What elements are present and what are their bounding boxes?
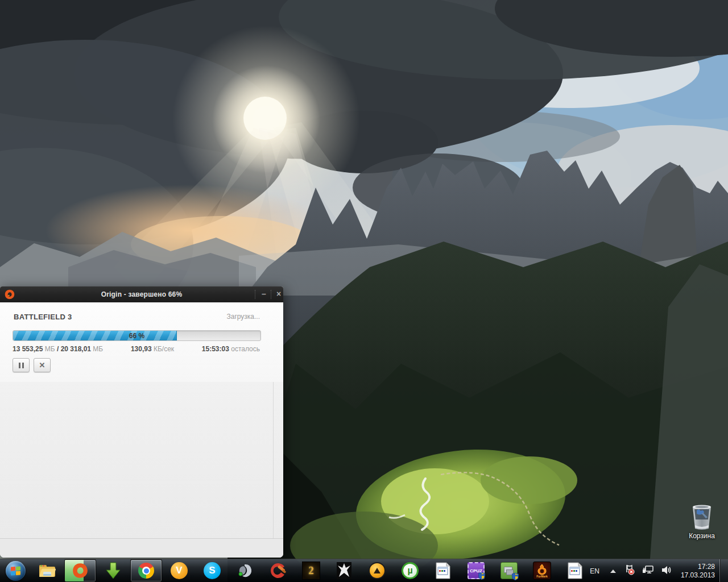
chrome-active-button — [130, 559, 162, 582]
desktop: Корзина Origin - завершено 66% – × BATTL… — [0, 0, 728, 582]
pause-icon — [19, 363, 24, 368]
network-icon[interactable] — [642, 565, 654, 577]
v-app-icon: V — [171, 562, 188, 579]
download-panel: BATTLEFIELD 3 Загрузка... 66 % 13 553,25… — [0, 302, 283, 383]
teamspeak-icon — [237, 563, 254, 579]
cpuz-icon: CPUZ — [468, 562, 485, 579]
clock-date: 17.03.2013 — [681, 571, 715, 580]
close-button[interactable]: × — [272, 286, 286, 302]
taskbar-item-skype[interactable]: S — [196, 559, 229, 582]
show-hidden-icons-arrow-icon[interactable] — [610, 569, 616, 573]
green-download-arrow-icon — [106, 562, 121, 579]
system-tray: EN — [584, 559, 728, 582]
volume-icon[interactable] — [661, 565, 672, 577]
show-desktop-button[interactable] — [719, 559, 728, 582]
origin-download-window: Origin - завершено 66% – × BATTLEFIELD 3… — [0, 286, 283, 558]
start-button[interactable] — [0, 559, 31, 582]
clock-time: 17:28 — [681, 563, 715, 571]
taskbar: V S — [0, 559, 728, 582]
skype-icon: S — [204, 562, 221, 579]
size-progress: 13 553,25 МБ / 20 318,01 МБ — [13, 345, 103, 354]
windows-start-orb-icon — [6, 561, 26, 581]
uac-shield-icon — [512, 573, 519, 580]
origin-active-button — [64, 559, 96, 582]
application-window-icon — [568, 562, 582, 579]
download-progress-bar: 66 % — [13, 330, 261, 341]
taskbar-item-ccleaner[interactable] — [262, 559, 295, 582]
gothic2-icon: 2 — [302, 562, 320, 580]
gpu-tool-icon — [500, 562, 518, 579]
language-indicator[interactable]: EN — [584, 567, 605, 575]
taskbar-item-skyrim[interactable] — [328, 559, 361, 582]
taskbar-item-utorrent[interactable]: µ — [394, 559, 427, 582]
window-footer — [0, 538, 283, 558]
progress-percent: 66 % — [13, 332, 260, 340]
taskbar-item-gpu-tool[interactable] — [493, 559, 526, 582]
download-queue-area — [0, 382, 283, 539]
skyrim-dragon-icon — [337, 562, 351, 579]
application-window-icon — [436, 562, 450, 579]
download-stats: 13 553,25 МБ / 20 318,01 МБ 130,93 КБ/се… — [13, 345, 260, 354]
uac-shield-icon — [478, 572, 485, 580]
recycle-bin-label: Корзина — [681, 532, 722, 540]
taskbar-item-origin[interactable] — [64, 559, 97, 582]
taskbar-item-application-window[interactable] — [427, 559, 460, 582]
game-title: BATTLEFIELD 3 — [14, 313, 72, 321]
utorrent-icon: µ — [402, 562, 419, 579]
download-speed: 130,93 КБ/сек — [131, 345, 174, 354]
cancel-download-button[interactable]: ✕ — [34, 358, 51, 372]
recycle-bin[interactable]: Корзина — [681, 502, 722, 540]
titlebar-separator — [255, 290, 255, 299]
cancel-icon: ✕ — [39, 361, 46, 369]
taskbar-item-cpuz[interactable]: CPUZ — [460, 559, 493, 582]
time-remaining: 15:53:03 осталось — [202, 345, 260, 354]
furmark-icon: FurMark — [533, 562, 551, 580]
aimp-icon — [369, 562, 386, 579]
taskbar-item-furmark[interactable]: FurMark — [526, 559, 559, 582]
ccleaner-icon — [270, 562, 287, 579]
taskbar-item-chrome[interactable] — [130, 559, 163, 582]
recycle-bin-icon — [689, 502, 714, 531]
taskbar-clock[interactable]: 17:28 17.03.2013 — [681, 563, 715, 580]
origin-icon — [72, 563, 88, 579]
taskbar-item-download-manager[interactable] — [97, 559, 130, 582]
origin-titlebar[interactable]: Origin - завершено 66% – × — [0, 286, 283, 302]
panel-divider — [273, 382, 274, 539]
taskbar-item-gothic2[interactable]: 2 — [295, 559, 328, 582]
windows-explorer-icon — [38, 563, 56, 578]
taskbar-item-v-app[interactable]: V — [163, 559, 196, 582]
chrome-icon — [138, 563, 154, 579]
titlebar-separator — [271, 290, 271, 299]
download-status: Загрузка... — [226, 313, 260, 321]
window-title: Origin - завершено 66% — [0, 290, 283, 298]
action-center-flag-icon[interactable] — [624, 564, 635, 577]
taskbar-item-explorer[interactable] — [31, 559, 64, 582]
minimize-button[interactable]: – — [257, 286, 271, 302]
taskbar-item-aimp[interactable] — [361, 559, 394, 582]
taskbar-item-teamspeak[interactable] — [229, 559, 262, 582]
pause-download-button[interactable] — [13, 358, 30, 372]
